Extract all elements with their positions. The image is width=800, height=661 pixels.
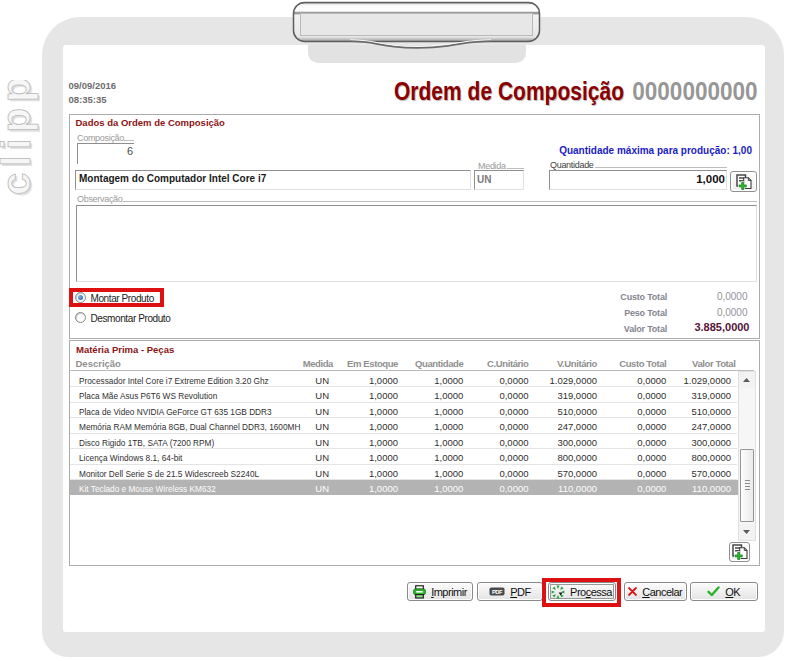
svg-text:PDF: PDF	[492, 589, 503, 595]
svg-text:clipp: clipp	[0, 80, 38, 195]
